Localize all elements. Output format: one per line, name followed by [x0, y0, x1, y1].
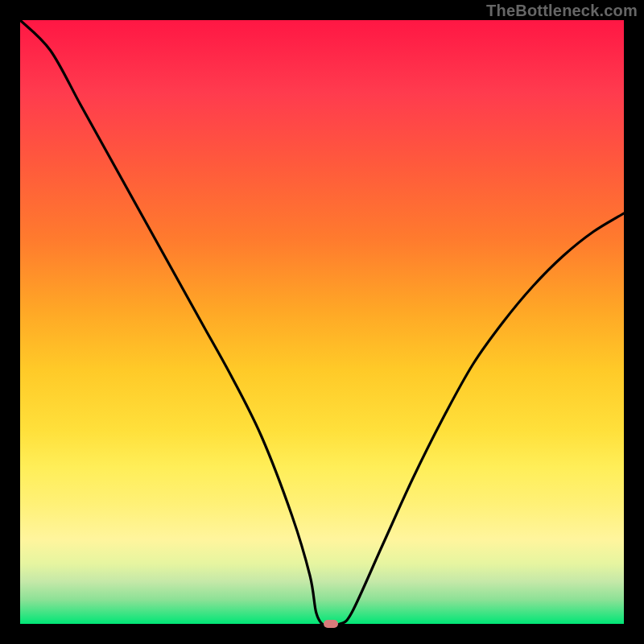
watermark-label: TheBottleneck.com [486, 2, 638, 20]
plot-area [20, 20, 624, 624]
bottleneck-curve [20, 20, 624, 624]
optimal-marker [324, 620, 338, 628]
chart-container: TheBottleneck.com [0, 0, 644, 644]
